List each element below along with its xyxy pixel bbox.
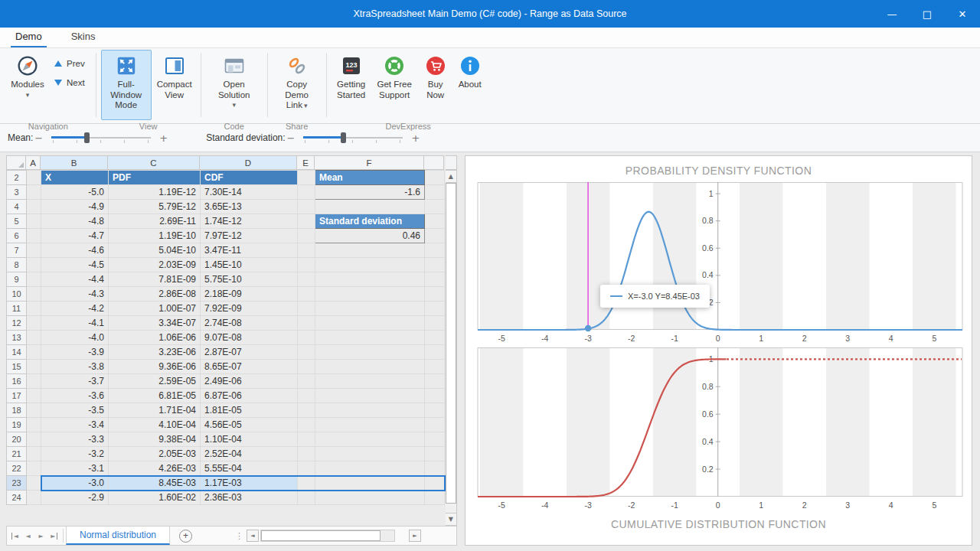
- cell[interactable]: -3.1: [41, 461, 109, 476]
- cell[interactable]: [425, 200, 445, 214]
- column-header-a[interactable]: A: [26, 155, 41, 170]
- cell[interactable]: [27, 214, 41, 229]
- about-button[interactable]: About: [455, 50, 485, 120]
- row-header[interactable]: 3: [7, 185, 27, 200]
- cell[interactable]: [298, 432, 315, 447]
- cell[interactable]: 9.07E-08: [201, 331, 298, 345]
- cell[interactable]: -3.9: [41, 345, 109, 360]
- cell[interactable]: [425, 331, 445, 345]
- close-button[interactable]: ✕: [945, 0, 980, 28]
- cell[interactable]: [425, 461, 445, 476]
- cell[interactable]: [315, 374, 425, 389]
- cell[interactable]: [298, 272, 315, 287]
- sheet-tab-normal-distribution[interactable]: Normal distribution: [66, 527, 170, 545]
- cell[interactable]: 9.36E-06: [109, 360, 201, 374]
- cell[interactable]: [298, 316, 315, 331]
- horizontal-scroll-thumb[interactable]: [261, 530, 381, 541]
- cell[interactable]: PDF: [109, 171, 201, 185]
- cell[interactable]: [298, 345, 315, 360]
- row-header[interactable]: 16: [7, 374, 27, 389]
- open-solution-button[interactable]: Open Solution▾: [206, 50, 263, 120]
- full-window-mode-button[interactable]: Full-Window Mode: [101, 50, 152, 120]
- cell[interactable]: [425, 272, 445, 287]
- horizontal-scroll-track[interactable]: [260, 530, 395, 542]
- row-header[interactable]: 20: [7, 432, 27, 447]
- cell[interactable]: [27, 418, 41, 432]
- cell[interactable]: 2.18E-09: [201, 287, 298, 302]
- cell[interactable]: [315, 272, 425, 287]
- hscroll-right-button[interactable]: ►: [409, 530, 421, 542]
- cell[interactable]: [27, 432, 41, 447]
- row-header[interactable]: 4: [7, 200, 27, 214]
- cell[interactable]: 1.19E-12: [109, 185, 201, 200]
- cell[interactable]: [298, 476, 315, 491]
- cell[interactable]: 4.10E-04: [109, 418, 201, 432]
- cell[interactable]: 2.49E-06: [201, 374, 298, 389]
- cell[interactable]: -3.7: [41, 374, 109, 389]
- cell[interactable]: [27, 476, 41, 491]
- cell[interactable]: Standard deviation: [315, 214, 425, 229]
- cell[interactable]: [27, 374, 41, 389]
- cell[interactable]: 7.92E-09: [201, 302, 298, 316]
- cell[interactable]: -4.7: [41, 229, 109, 243]
- std-increase-button[interactable]: +: [410, 132, 421, 144]
- cell[interactable]: [27, 360, 41, 374]
- row-header[interactable]: 11: [7, 302, 27, 316]
- row-header[interactable]: 14: [7, 345, 27, 360]
- cell[interactable]: [298, 331, 315, 345]
- scroll-up-button[interactable]: ▲: [446, 170, 458, 183]
- cell[interactable]: [425, 229, 445, 243]
- row-header[interactable]: 10: [7, 287, 27, 302]
- std-slider-handle[interactable]: [341, 132, 346, 143]
- cell[interactable]: [27, 491, 41, 505]
- cell[interactable]: 1.71E-04: [109, 403, 201, 418]
- tab-demo[interactable]: Demo: [11, 28, 47, 47]
- getting-started-button[interactable]: 123 Getting Started: [332, 50, 371, 120]
- cell[interactable]: [298, 258, 315, 272]
- cell[interactable]: [298, 302, 315, 316]
- cell[interactable]: [27, 302, 41, 316]
- cell[interactable]: [425, 374, 445, 389]
- cell[interactable]: [298, 229, 315, 243]
- cell[interactable]: [298, 243, 315, 258]
- cell[interactable]: -4.1: [41, 316, 109, 331]
- cell[interactable]: [298, 214, 315, 229]
- row-header[interactable]: 9: [7, 272, 27, 287]
- row-header[interactable]: 15: [7, 360, 27, 374]
- cell[interactable]: 6.81E-05: [109, 389, 201, 403]
- hscroll-left-button[interactable]: ◄: [247, 530, 259, 542]
- cell[interactable]: -4.8: [41, 214, 109, 229]
- cell[interactable]: 5.75E-10: [201, 272, 298, 287]
- cell[interactable]: [425, 345, 445, 360]
- cell[interactable]: -2.9: [41, 491, 109, 505]
- cell[interactable]: -3.8: [41, 360, 109, 374]
- cell[interactable]: 4.26E-03: [109, 461, 201, 476]
- cell[interactable]: [298, 374, 315, 389]
- cell[interactable]: X: [41, 171, 109, 185]
- cell[interactable]: 3.23E-06: [109, 345, 201, 360]
- cell[interactable]: [315, 360, 425, 374]
- cell[interactable]: [315, 345, 425, 360]
- cell[interactable]: 2.05E-03: [109, 447, 201, 461]
- vertical-scroll-thumb[interactable]: [446, 183, 457, 504]
- column-header-e[interactable]: E: [297, 155, 315, 170]
- cell[interactable]: [27, 389, 41, 403]
- cell[interactable]: [425, 389, 445, 403]
- cell[interactable]: 2.86E-08: [109, 287, 201, 302]
- maximize-button[interactable]: □: [910, 0, 945, 28]
- pdf-chart[interactable]: 0.20.40.60.81-5-4-3-2-1012345 X=-3.0 Y=8…: [466, 182, 972, 347]
- cell[interactable]: 1.00E-07: [109, 302, 201, 316]
- cell[interactable]: [27, 272, 41, 287]
- cell[interactable]: -3.3: [41, 432, 109, 447]
- cell[interactable]: [298, 418, 315, 432]
- cell[interactable]: -4.6: [41, 243, 109, 258]
- cell[interactable]: [315, 200, 425, 214]
- copy-demo-link-button[interactable]: Copy Demo Link▾: [273, 50, 322, 120]
- prev-sheet-button[interactable]: ◄: [21, 527, 34, 544]
- column-header-b[interactable]: B: [41, 155, 108, 170]
- cell[interactable]: [298, 461, 315, 476]
- cell[interactable]: [315, 389, 425, 403]
- cell[interactable]: [315, 403, 425, 418]
- row-header[interactable]: 8: [7, 258, 27, 272]
- row-header[interactable]: 12: [7, 316, 27, 331]
